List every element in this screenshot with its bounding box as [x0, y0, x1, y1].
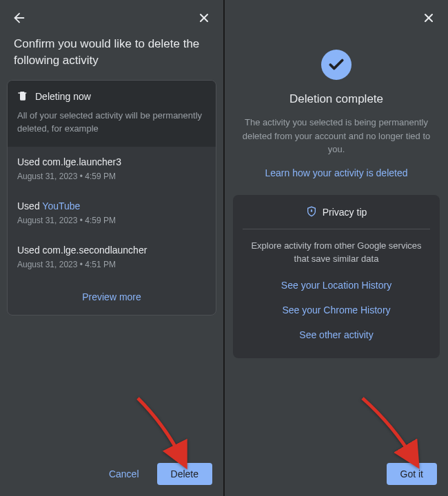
- tip-link-location[interactable]: See your Location History: [243, 273, 430, 298]
- activity-time: August 31, 2023 • 4:59 PM: [17, 216, 206, 225]
- activity-item: Used YouTube August 31, 2023 • 4:59 PM: [8, 191, 216, 235]
- preview-more-link[interactable]: Preview more: [8, 279, 216, 315]
- activity-time: August 31, 2023 • 4:59 PM: [17, 172, 206, 181]
- shield-icon: [306, 206, 317, 219]
- activity-name: com.lge.secondlauncher: [43, 245, 147, 256]
- delete-button[interactable]: Delete: [157, 463, 212, 485]
- activity-name-link[interactable]: YouTube: [42, 200, 80, 211]
- got-it-button[interactable]: Got it: [387, 463, 437, 485]
- deleting-now-box: Deleting now All of your selected activi…: [8, 81, 216, 147]
- tip-desc: Explore activity from other Google servi…: [243, 229, 430, 273]
- page-title: Confirm you would like to delete the fol…: [0, 36, 223, 80]
- activity-prefix: Used: [17, 156, 43, 167]
- learn-link[interactable]: Learn how your activity is deleted: [225, 167, 448, 178]
- header: [225, 0, 448, 36]
- activity-time: August 31, 2023 • 4:51 PM: [17, 260, 206, 269]
- checkmark-badge-icon: [321, 50, 352, 80]
- activity-item: Used com.lge.launcher3 August 31, 2023 •…: [8, 147, 216, 191]
- activity-item: Used com.lge.secondlauncher August 31, 2…: [8, 235, 216, 279]
- activity-card: Deleting now All of your selected activi…: [7, 80, 216, 316]
- footer-actions: Got it: [387, 463, 437, 485]
- deletion-complete-panel: Deletion complete The activity you selec…: [225, 0, 448, 496]
- deleting-header-text: Deleting now: [35, 91, 91, 102]
- deleting-desc: All of your selected activity will be pe…: [17, 109, 206, 136]
- trash-icon: [17, 90, 28, 103]
- back-arrow-icon[interactable]: [11, 10, 28, 26]
- activity-prefix: Used: [17, 200, 42, 211]
- complete-desc: The activity you selected is being perma…: [225, 116, 448, 156]
- confirm-delete-panel: Confirm you would like to delete the fol…: [0, 0, 223, 496]
- footer-actions: Cancel Delete: [99, 463, 212, 485]
- tip-link-other[interactable]: See other activity: [243, 322, 430, 347]
- tip-header-text: Privacy tip: [323, 207, 367, 218]
- header: [0, 0, 223, 36]
- close-icon[interactable]: [420, 10, 437, 26]
- tip-link-chrome[interactable]: See your Chrome History: [243, 298, 430, 322]
- activity-name: com.lge.launcher3: [43, 156, 121, 167]
- activity-prefix: Used: [17, 245, 43, 256]
- svg-point-6: [311, 210, 312, 211]
- close-icon[interactable]: [196, 10, 212, 26]
- complete-title: Deletion complete: [225, 92, 448, 106]
- privacy-tip-card: Privacy tip Explore activity from other …: [233, 195, 440, 358]
- cancel-button[interactable]: Cancel: [99, 463, 149, 485]
